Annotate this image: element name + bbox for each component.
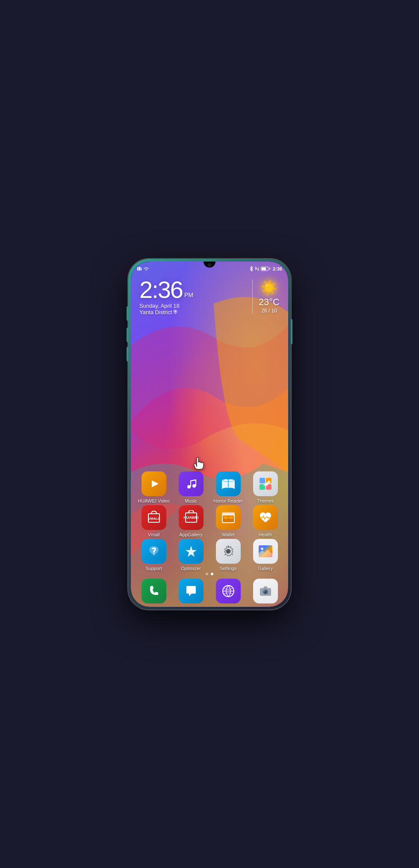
app-item-honor-reader[interactable]: Honor Reader [211, 471, 245, 503]
app-label-health: Health [259, 532, 272, 537]
app-label-gallery: Gallery [258, 566, 273, 571]
app-label-themes: Themes [257, 498, 274, 503]
dock-icon-messages [179, 579, 204, 603]
svg-rect-20 [222, 512, 235, 515]
page-dot-2 [211, 573, 213, 575]
svg-rect-2 [141, 268, 142, 271]
svg-point-6 [187, 485, 191, 488]
app-item-huawei-video[interactable]: HUAWEI Video [137, 471, 171, 503]
svg-marker-5 [152, 480, 159, 487]
svg-text:HUAWEI: HUAWEI [184, 515, 198, 520]
app-label-huawei-video: HUAWEI Video [138, 498, 170, 503]
svg-rect-22 [224, 516, 228, 519]
app-label-vmall: Vmall [148, 532, 160, 537]
app-icon-wallet [216, 505, 241, 530]
app-icon-music [179, 471, 204, 496]
status-right-icons: 2:36 [250, 266, 282, 271]
clock-date: Sunday, April 18 [139, 303, 246, 309]
svg-point-13 [263, 484, 265, 486]
app-item-music[interactable]: Music [174, 471, 208, 503]
app-item-vmall[interactable]: VMALL Vmall [137, 505, 171, 537]
app-label-settings: Settings [220, 566, 237, 571]
app-item-wallet[interactable]: Wallet [211, 505, 245, 537]
svg-rect-0 [137, 267, 139, 271]
app-label-support: Support [145, 566, 162, 571]
clock-left: 2:36 PM Sunday, April 18 Yanta District [139, 278, 246, 315]
dock-item-messages[interactable] [177, 579, 206, 603]
weather-temperature: 23°C [259, 297, 280, 308]
page-dots [206, 573, 213, 575]
app-row-1: HUAWEI Video Music [135, 471, 284, 503]
screen: 2:36 2:36 PM Sunday, April 18 Yanta Dist… [131, 262, 288, 607]
dock-icon-phone [142, 579, 166, 603]
phone-frame: 2:36 2:36 PM Sunday, April 18 Yanta Dist… [128, 259, 291, 609]
app-label-optimizer: Optimizer [181, 566, 201, 571]
svg-point-7 [192, 484, 196, 488]
sim-icon [137, 266, 142, 271]
svg-point-35 [269, 589, 270, 591]
app-row-3: Support Optimizer [135, 539, 284, 571]
app-row-2: VMALL Vmall HUAWEI [135, 505, 284, 537]
svg-rect-9 [260, 478, 265, 483]
app-icon-support [142, 539, 166, 564]
app-icon-honor-reader [216, 471, 241, 496]
app-icon-settings [216, 539, 241, 564]
dock-item-browser[interactable] [214, 579, 243, 603]
svg-point-4 [175, 311, 176, 312]
app-icon-vmall: VMALL [142, 505, 166, 530]
mute-icon [255, 266, 259, 271]
weather-widget: ☀️ 23°C 26 / 10 [259, 278, 280, 314]
status-time: 2:36 [273, 266, 282, 271]
app-icon-optimizer [179, 539, 204, 564]
clock-location: Yanta District [139, 309, 246, 315]
app-grid: HUAWEI Video Music [131, 471, 288, 573]
dock-icon-browser [216, 579, 241, 603]
app-item-themes[interactable]: Themes [248, 471, 283, 503]
app-item-optimizer[interactable]: Optimizer [174, 539, 208, 571]
app-icon-health [253, 505, 278, 530]
front-camera [208, 263, 211, 267]
phone-inner: 2:36 2:36 PM Sunday, April 18 Yanta Dist… [131, 262, 288, 607]
app-icon-gallery [253, 539, 278, 564]
svg-text:VMALL: VMALL [148, 517, 160, 521]
battery-icon [261, 267, 270, 271]
clock-widget: 2:36 PM Sunday, April 18 Yanta District [139, 278, 280, 315]
weather-range: 26 / 10 [261, 308, 277, 314]
page-dot-1 [206, 573, 208, 575]
app-label-music: Music [185, 498, 197, 503]
svg-point-24 [153, 553, 154, 554]
svg-point-28 [261, 547, 263, 550]
bluetooth-icon [250, 266, 253, 271]
app-label-appgallery: AppGallery [179, 532, 202, 537]
app-item-support[interactable]: Support [137, 539, 171, 571]
app-item-gallery[interactable]: Gallery [248, 539, 283, 571]
app-label-wallet: Wallet [221, 532, 234, 537]
status-left-icons [137, 266, 149, 271]
svg-rect-1 [139, 267, 140, 271]
app-item-health[interactable]: Health [248, 505, 283, 537]
svg-line-8 [191, 480, 196, 481]
dock-item-phone[interactable] [139, 579, 168, 603]
dock-item-camera[interactable] [251, 579, 280, 603]
clock-time: 2:36 [139, 278, 183, 302]
sun-icon: ☀️ [260, 280, 277, 296]
svg-rect-23 [229, 516, 233, 519]
svg-point-33 [264, 591, 265, 591]
app-icon-appgallery: HUAWEI [179, 505, 204, 530]
app-label-honor-reader: Honor Reader [213, 498, 243, 503]
app-item-appgallery[interactable]: HUAWEI AppGallery [174, 505, 208, 537]
dock [135, 579, 284, 603]
app-item-settings[interactable]: Settings [211, 539, 245, 571]
clock-ampm: PM [184, 291, 193, 298]
app-icon-themes [253, 471, 278, 496]
app-icon-huawei-video [142, 471, 166, 496]
dock-icon-camera [253, 579, 278, 603]
clock-divider [252, 280, 253, 314]
wifi-icon [144, 267, 149, 271]
